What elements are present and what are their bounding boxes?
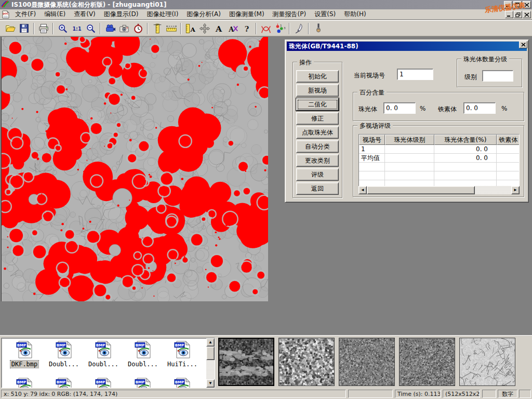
table-cell bbox=[359, 171, 385, 180]
pearlite-unit: % bbox=[420, 105, 425, 112]
measure-text-button[interactable]: A bbox=[183, 21, 197, 35]
thumbnail-2[interactable] bbox=[278, 338, 335, 386]
menu-item-9[interactable]: 帮助(H) bbox=[340, 9, 370, 19]
document-icon: DOC bbox=[2, 10, 11, 19]
zoom-out-button[interactable] bbox=[84, 21, 98, 35]
text-button[interactable]: A bbox=[211, 21, 225, 35]
op-button-评级[interactable]: 评级 bbox=[296, 168, 339, 181]
hscroll-thumb[interactable] bbox=[367, 186, 475, 194]
pearlite-input[interactable] bbox=[383, 102, 416, 114]
actual-size-button[interactable]: 1:1 bbox=[70, 21, 84, 35]
count-points-button[interactable]: 13 bbox=[273, 21, 287, 35]
op-button-修正[interactable]: 修正 bbox=[296, 112, 339, 125]
scroll-up-icon[interactable]: ▲ bbox=[206, 338, 215, 347]
open-button[interactable] bbox=[3, 21, 17, 35]
table-hscrollbar[interactable]: ◄ ► bbox=[358, 186, 520, 194]
current-field-input[interactable] bbox=[397, 69, 433, 80]
scroll-right-icon[interactable]: ► bbox=[511, 186, 520, 194]
move-button[interactable] bbox=[197, 21, 211, 35]
snapshot-button[interactable] bbox=[117, 21, 131, 35]
mdi-restore-button[interactable] bbox=[514, 11, 522, 18]
hscroll-track[interactable] bbox=[475, 186, 511, 194]
thumbnail-5[interactable] bbox=[459, 338, 515, 386]
mdi-minimize-button[interactable] bbox=[505, 11, 513, 18]
file-list-vscrollbar[interactable]: ▲ ▼ bbox=[206, 338, 215, 388]
help-icon: ? bbox=[241, 23, 252, 34]
svg-text:BMP: BMP bbox=[17, 343, 26, 348]
menu-item-1[interactable]: 编辑(E) bbox=[40, 9, 70, 19]
video-camera-button[interactable] bbox=[103, 21, 117, 35]
op-button-自动分类[interactable]: 自动分类 bbox=[296, 140, 339, 153]
text-style-button[interactable]: A bbox=[225, 21, 240, 35]
actual-size-icon: 1:1 bbox=[71, 23, 83, 34]
vscroll-thumb[interactable] bbox=[206, 347, 215, 360]
table-row[interactable]: 平均值0. 0 bbox=[359, 154, 519, 163]
scroll-left-icon[interactable]: ◄ bbox=[358, 186, 367, 194]
file-item[interactable]: BMPDKF.bmp bbox=[6, 341, 43, 368]
menu-item-8[interactable]: 设置(S) bbox=[310, 9, 340, 19]
mdi-close-button[interactable] bbox=[523, 11, 531, 18]
file-item[interactable]: BMPDoubl... bbox=[85, 341, 122, 368]
op-button-二值化[interactable]: 二值化 bbox=[296, 98, 339, 111]
file-name[interactable]: Doubl... bbox=[87, 361, 119, 368]
help-button[interactable]: ? bbox=[240, 21, 254, 35]
menu-item-6[interactable]: 图像测量(M) bbox=[225, 9, 269, 19]
brush-button[interactable] bbox=[311, 21, 325, 35]
multifield-group-label: 多视场评级 bbox=[357, 122, 393, 130]
video-camera-icon bbox=[104, 23, 116, 34]
close-button[interactable] bbox=[523, 1, 531, 8]
table-cell bbox=[434, 171, 497, 180]
grade-input[interactable] bbox=[482, 70, 513, 82]
op-button-点取珠光体[interactable]: 点取珠光体 bbox=[296, 126, 339, 139]
op-button-新视场[interactable]: 新视场 bbox=[296, 84, 339, 97]
op-button-初始化[interactable]: 初始化 bbox=[296, 70, 339, 83]
scroll-down-icon[interactable]: ▼ bbox=[206, 379, 215, 388]
vscroll-track[interactable] bbox=[206, 360, 215, 379]
file-item-partial[interactable]: BMP bbox=[164, 378, 201, 388]
pen-button[interactable] bbox=[292, 21, 306, 35]
dialog-title-bar[interactable]: 珠光体(GB/T9441-88) bbox=[287, 42, 527, 51]
menu-item-2[interactable]: 查看(V) bbox=[70, 9, 100, 19]
dialog-close-button[interactable] bbox=[519, 41, 527, 48]
file-name[interactable]: HuiTi... bbox=[166, 361, 198, 368]
menu-item-5[interactable]: 图像分析(A) bbox=[182, 9, 225, 19]
zoom-in-button[interactable] bbox=[56, 21, 70, 35]
menu-item-4[interactable]: 图像处理(I) bbox=[142, 9, 182, 19]
thumbnail-3[interactable] bbox=[339, 338, 395, 386]
file-item[interactable]: BMPDoubl... bbox=[124, 341, 162, 368]
print-button[interactable] bbox=[36, 21, 50, 35]
menu-item-7[interactable]: 测量报告(P) bbox=[269, 9, 311, 19]
file-name[interactable]: Doubl... bbox=[127, 361, 159, 368]
thumbnail-4[interactable] bbox=[399, 338, 455, 386]
file-name[interactable]: Doubl... bbox=[48, 361, 80, 368]
svg-text:BMP: BMP bbox=[175, 380, 184, 384]
op-button-返回[interactable]: 返回 bbox=[296, 182, 339, 195]
maximize-button[interactable] bbox=[513, 1, 522, 8]
file-item[interactable]: BMPHuiTi... bbox=[164, 341, 201, 368]
caliper-button[interactable] bbox=[150, 21, 164, 35]
minimize-button[interactable] bbox=[504, 1, 512, 8]
micrograph-image[interactable] bbox=[1, 37, 268, 301]
table-row[interactable] bbox=[359, 171, 519, 180]
file-name[interactable]: DKF.bmp bbox=[10, 361, 39, 368]
table-row[interactable] bbox=[359, 163, 519, 171]
op-button-更改类别[interactable]: 更改类别 bbox=[296, 154, 339, 167]
status-image-size: (512x512x24) bbox=[443, 390, 480, 398]
file-item[interactable]: BMPDoubl... bbox=[45, 341, 83, 368]
file-item-partial[interactable]: BMP bbox=[124, 378, 162, 388]
file-item-partial[interactable]: BMP bbox=[85, 378, 122, 388]
pearlite-dialog: 珠光体(GB/T9441-88) 操作 初始化新视场二值化修正点取珠光体自动分类… bbox=[285, 39, 529, 203]
timer-button[interactable] bbox=[131, 21, 145, 35]
ferrite-input[interactable] bbox=[463, 102, 496, 114]
curve-button[interactable] bbox=[259, 21, 273, 35]
ruler-button[interactable] bbox=[164, 21, 178, 35]
bmp-file-icon: BMP bbox=[174, 341, 191, 358]
save-button[interactable] bbox=[17, 21, 31, 35]
toolbar-separator bbox=[180, 23, 181, 34]
file-item-partial[interactable]: BMP bbox=[45, 378, 83, 388]
menu-item-0[interactable]: 文件(F) bbox=[11, 9, 40, 19]
file-item-partial[interactable]: BMP bbox=[6, 378, 43, 388]
thumbnail-1[interactable] bbox=[218, 338, 274, 386]
menu-item-3[interactable]: 图像显示(D) bbox=[100, 9, 143, 19]
table-row[interactable]: 10. 0 bbox=[359, 145, 519, 154]
